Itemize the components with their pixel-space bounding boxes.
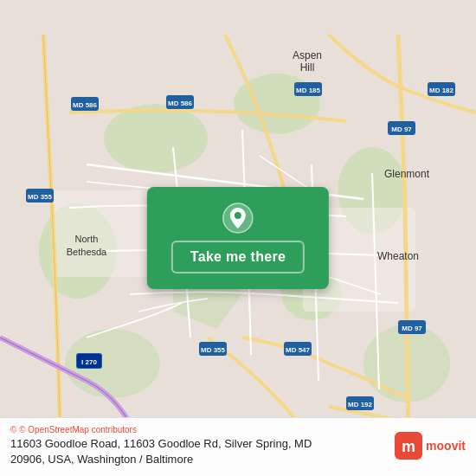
svg-text:MD 355: MD 355 xyxy=(28,193,53,201)
svg-text:North: North xyxy=(75,234,99,244)
moovit-label: moovit xyxy=(426,439,466,453)
svg-point-41 xyxy=(235,212,241,219)
svg-text:Hill: Hill xyxy=(300,61,315,74)
svg-text:MD 586: MD 586 xyxy=(73,101,98,109)
moovit-logo: m moovit xyxy=(395,432,466,460)
svg-text:m: m xyxy=(402,438,415,455)
button-overlay: Take me there xyxy=(147,187,329,289)
svg-text:MD 182: MD 182 xyxy=(429,87,454,94)
svg-text:MD 586: MD 586 xyxy=(168,100,193,107)
svg-rect-9 xyxy=(52,190,156,277)
osm-attribution: © © OpenStreetMap contributors xyxy=(10,425,339,434)
svg-text:Bethesda: Bethesda xyxy=(67,247,107,257)
green-panel: Take me there xyxy=(147,187,329,289)
svg-text:MD 192: MD 192 xyxy=(348,401,373,408)
address-label: 11603 Goodloe Road, 11603 Goodloe Rd, Si… xyxy=(10,436,339,467)
osm-link[interactable]: © OpenStreetMap contributors xyxy=(19,425,137,434)
svg-text:MD 185: MD 185 xyxy=(296,87,321,94)
take-me-there-button[interactable]: Take me there xyxy=(171,241,305,273)
map-container: MD 586 MD 586 MD 185 MD 355 MD 182 MD 97… xyxy=(0,0,476,476)
svg-text:MD 97: MD 97 xyxy=(402,325,422,332)
svg-text:Aspen: Aspen xyxy=(293,49,322,61)
copyright-symbol: © xyxy=(10,425,16,434)
bottom-info: © © OpenStreetMap contributors 11603 Goo… xyxy=(10,425,339,467)
svg-point-1 xyxy=(104,104,208,173)
svg-text:I 270: I 270 xyxy=(81,358,97,366)
svg-text:Wheaton: Wheaton xyxy=(377,250,419,262)
bottom-bar: © © OpenStreetMap contributors 11603 Goo… xyxy=(0,417,476,476)
svg-text:MD 355: MD 355 xyxy=(201,346,226,354)
svg-text:MD 97: MD 97 xyxy=(391,125,412,133)
svg-text:Glenmont: Glenmont xyxy=(384,168,430,180)
moovit-icon: m xyxy=(395,432,422,460)
svg-text:MD 547: MD 547 xyxy=(286,346,311,354)
location-pin-icon xyxy=(222,203,254,234)
